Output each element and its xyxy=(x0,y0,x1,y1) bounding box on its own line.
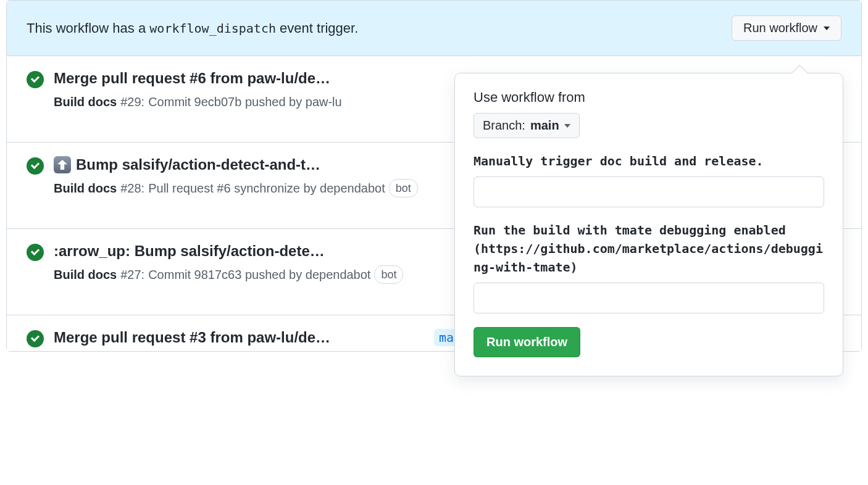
run-title[interactable]: :arrow_up: Bump salsify/action-dete… xyxy=(54,243,424,260)
banner-suffix: event trigger. xyxy=(276,20,358,36)
bot-badge: bot xyxy=(374,265,403,284)
bot-badge: bot xyxy=(389,179,418,198)
banner-code: workflow_dispatch xyxy=(149,21,276,36)
run-number: #28: xyxy=(120,178,144,198)
run-number: #27: xyxy=(120,265,144,284)
banner-prefix: This workflow has a xyxy=(27,20,149,36)
run-meta: Build docs #27: Commit 9817c63 pushed by… xyxy=(54,265,424,284)
run-title[interactable]: Bump salsify/action-detect-and-t… xyxy=(54,156,424,173)
run-title-text: Merge pull request #3 from paw-lu/de… xyxy=(54,329,330,346)
run-title[interactable]: Merge pull request #6 from paw-lu/de… xyxy=(54,70,424,87)
run-meta: Build docs #28: Pull request #6 synchron… xyxy=(54,178,424,198)
run-title-text: Merge pull request #6 from paw-lu/de… xyxy=(54,70,330,87)
caret-down-icon xyxy=(824,27,830,30)
run-title[interactable]: Merge pull request #3 from paw-lu/de… xyxy=(54,329,424,346)
run-workflow-dropdown-button[interactable]: Run workflow xyxy=(732,15,841,41)
run-detail: Commit 9817c63 pushed by dependabot xyxy=(148,265,370,284)
branch-prefix: Branch: xyxy=(483,118,525,133)
workflow-name: Build docs xyxy=(54,178,117,198)
run-main: :arrow_up: Bump salsify/action-dete… Bui… xyxy=(54,243,424,284)
run-title-text: :arrow_up: Bump salsify/action-dete… xyxy=(54,243,325,260)
input2-label: Run the build with tmate debugging enabl… xyxy=(474,221,824,276)
run-workflow-submit-button[interactable]: Run workflow xyxy=(474,327,580,352)
success-icon xyxy=(27,330,44,347)
run-detail: Pull request #6 synchronize by dependabo… xyxy=(148,178,385,198)
success-icon xyxy=(27,244,44,261)
success-icon xyxy=(27,71,44,88)
caret-down-icon xyxy=(564,124,570,128)
success-icon xyxy=(27,157,44,175)
workflow-name: Build docs xyxy=(54,265,117,284)
use-workflow-from-label: Use workflow from xyxy=(474,89,824,106)
run-meta: Build docs #29: Commit 9ecb07b pushed by… xyxy=(54,92,424,112)
run-number: #29: xyxy=(120,92,144,112)
branch-select-button[interactable]: Branch: main xyxy=(474,113,580,138)
workflow-name: Build docs xyxy=(54,92,117,112)
run-main: Merge pull request #3 from paw-lu/de… xyxy=(54,329,424,351)
workflow-dispatch-banner: This workflow has a workflow_dispatch ev… xyxy=(7,1,861,56)
run-detail: Commit 9ecb07b pushed by paw-lu xyxy=(148,92,342,112)
branch-name: main xyxy=(530,118,559,133)
run-workflow-popover: Use workflow from Branch: main Manually … xyxy=(454,73,843,352)
manual-trigger-input[interactable] xyxy=(474,176,824,207)
arrow-up-emoji-icon xyxy=(54,156,71,173)
run-workflow-label: Run workflow xyxy=(743,21,817,35)
tmate-debug-input[interactable] xyxy=(474,283,824,313)
banner-text: This workflow has a workflow_dispatch ev… xyxy=(27,20,358,36)
run-main: Bump salsify/action-detect-and-t… Build … xyxy=(54,156,424,198)
run-title-text: Bump salsify/action-detect-and-t… xyxy=(76,156,320,173)
run-main: Merge pull request #6 from paw-lu/de… Bu… xyxy=(54,70,424,112)
input1-label: Manually trigger doc build and release. xyxy=(474,152,824,170)
